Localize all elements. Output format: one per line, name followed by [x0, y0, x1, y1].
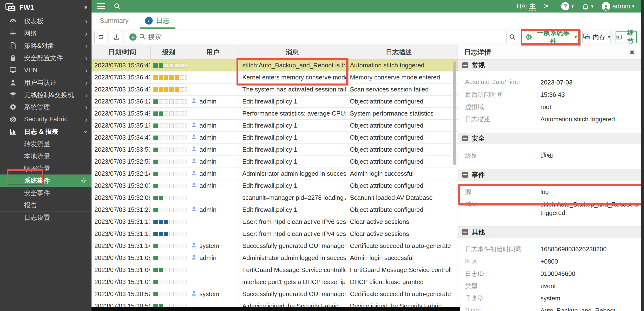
level-square: [164, 111, 168, 116]
user-icon: [191, 170, 197, 178]
star-icon[interactable]: ☆: [80, 177, 87, 185]
table-row[interactable]: 2023/07/03 15:35:16adminEdit firewall.po…: [92, 120, 458, 132]
sidebar-item-9[interactable]: 日志 & 报表›: [0, 125, 92, 138]
sidebar-item-0[interactable]: 仪表板›: [0, 15, 92, 27]
hamburger-menu-icon[interactable]: [97, 3, 105, 9]
add-filter-icon[interactable]: +: [129, 33, 136, 41]
table-row[interactable]: 2023/07/03 15:36:43stitch:Auto_Backup_an…: [92, 59, 458, 71]
search-submit-button[interactable]: [507, 31, 518, 43]
level-square: [169, 160, 174, 164]
column-header-level[interactable]: 级别: [150, 45, 187, 59]
sidebar-item-3[interactable]: 安全配置文件›: [0, 52, 92, 64]
table-row[interactable]: 2023/07/03 15:31:08adminAdministrator ad…: [92, 252, 458, 264]
sidebar-item-7[interactable]: 系统管理›: [0, 101, 92, 113]
details-toggle-button[interactable]: 细节: [616, 31, 637, 43]
table-row[interactable]: 2023/07/03 15:33:50adminEdit firewall.po…: [92, 144, 458, 156]
page-scrollbar-track[interactable]: [641, 0, 644, 311]
sidebar-subitem-label: 日志设置: [24, 213, 87, 222]
level-square: [164, 63, 168, 68]
admin-menu[interactable]: admin ▾: [602, 2, 634, 10]
sidebar-subitem-2[interactable]: 嗅探流量: [0, 162, 92, 175]
sidebar-item-label: 安全配置文件: [24, 54, 85, 62]
table-row[interactable]: 2023/07/03 15:31:01interface port1 gets …: [92, 276, 458, 288]
cli-console-icon[interactable]: >_: [544, 3, 553, 10]
chevron-right-icon: ›: [85, 17, 88, 25]
table-row[interactable]: 2023/07/03 15:30:56A device joined the S…: [92, 300, 458, 307]
table-row[interactable]: 2023/07/03 15:34:47adminEdit firewall.po…: [92, 132, 458, 144]
tab-label: 日志: [156, 16, 170, 25]
table-row[interactable]: 2023/07/03 15:31:17User: from ntpd clean…: [92, 228, 458, 240]
cell-user: [187, 216, 238, 228]
sidebar-item-5[interactable]: 用户与认证›: [0, 76, 92, 89]
sidebar-subitem-0[interactable]: 转发流量: [0, 138, 92, 150]
cell-user: admin: [187, 144, 238, 155]
column-header-user[interactable]: 用户: [187, 45, 238, 59]
sidebar-subitem-5[interactable]: 报告: [0, 199, 92, 211]
level-square: [174, 75, 179, 80]
sidebar-item-8[interactable]: Security Fabric›: [0, 113, 92, 125]
help-menu[interactable]: ?▾: [561, 2, 574, 10]
sidebar-item-6[interactable]: 无线控制&交换机›: [0, 89, 92, 101]
table-row[interactable]: 2023/07/03 15:36:43The system has activa…: [92, 83, 458, 96]
sidebar-item-1[interactable]: 网络›: [0, 27, 92, 39]
tab-summary[interactable]: Summary: [92, 12, 137, 29]
table-row[interactable]: 2023/07/03 15:31:04FortiGuard Message Se…: [92, 264, 458, 276]
table-row[interactable]: 2023/07/03 15:32:06scanunit=manager pid=…: [92, 192, 458, 204]
table-row[interactable]: 2023/07/03 15:36:12adminEdit firewall.po…: [92, 96, 458, 108]
column-header-description[interactable]: 日志描述: [346, 45, 452, 59]
device-selector[interactable]: FW1 ▾: [0, 0, 92, 15]
sidebar-subitem-3[interactable]: 系统事件☆: [0, 175, 92, 187]
table-row[interactable]: 2023/07/03 15:30:59systemSuccessfully ge…: [92, 288, 458, 300]
collapse-icon[interactable]: [462, 62, 468, 68]
table-row[interactable]: 2023/07/03 15:35:48Performance statistic…: [92, 108, 458, 120]
section-header-3[interactable]: 其他: [458, 226, 641, 238]
refresh-button[interactable]: [94, 31, 108, 43]
section-header-2[interactable]: 事件: [458, 169, 641, 181]
sidebar-subitem-4[interactable]: 安全事件: [0, 187, 92, 199]
cell-level: [150, 192, 187, 204]
table-row[interactable]: 2023/07/03 15:32:53adminEdit firewall.po…: [92, 156, 458, 168]
download-button[interactable]: [110, 31, 123, 43]
level-square: [154, 268, 158, 272]
table-row[interactable]: 2023/07/03 15:31:14systemSuccessfully ge…: [92, 240, 458, 252]
table-row[interactable]: 2023/07/03 15:36:43Kernel enters memory …: [92, 71, 458, 83]
collapse-icon[interactable]: [462, 136, 468, 141]
tab-logs[interactable]: i 日志: [137, 12, 178, 29]
table-row[interactable]: 2023/07/03 15:32:14adminAdministrator ad…: [92, 168, 458, 180]
close-icon[interactable]: ×: [630, 48, 634, 56]
collapse-icon[interactable]: [462, 172, 468, 178]
level-square: [174, 220, 179, 224]
level-square: [174, 111, 179, 116]
ha-status[interactable]: HA: 主: [516, 2, 536, 10]
cell-datetime: 2023/07/03 15:33:50: [92, 144, 150, 155]
column-header-datetime[interactable]: 日期/时间: [92, 45, 150, 59]
table-row[interactable]: 2023/07/03 15:32:07adminEdit firewall.po…: [92, 180, 458, 192]
level-square: [169, 304, 174, 307]
notifications-menu[interactable]: ▾: [582, 3, 594, 10]
global-search-icon[interactable]: [114, 3, 121, 10]
collapse-icon[interactable]: [462, 229, 468, 235]
sidebar-subitem-1[interactable]: 本地流量: [0, 150, 92, 162]
user-name: admin: [200, 170, 216, 177]
table-row[interactable]: 2023/07/03 15:31:17User: from ntpd clean…: [92, 216, 458, 228]
sidebar-item-2[interactable]: 策略&对象›: [0, 39, 92, 52]
log-source-icon: [583, 33, 590, 41]
level-square: [159, 136, 163, 140]
policy-icon: [8, 42, 18, 49]
log-source-dropdown[interactable]: 内存 ▾: [582, 31, 611, 43]
section-title: 安全: [472, 134, 485, 143]
search-input[interactable]: [148, 33, 503, 41]
column-header-message[interactable]: 消息: [238, 45, 346, 59]
sidebar-item-4[interactable]: VPN›: [0, 64, 92, 76]
table-scrollbar[interactable]: [453, 61, 456, 165]
level-square: [185, 208, 187, 212]
sidebar-item-label: 系统管理: [24, 103, 85, 111]
section-header-1[interactable]: 安全: [458, 133, 641, 144]
sidebar-subitem-6[interactable]: 日志设置: [0, 211, 92, 224]
search-bar[interactable]: +: [126, 31, 507, 43]
log-category-dropdown[interactable]: ⚙ 一般系统事件 ▾: [525, 31, 577, 43]
level-square: [164, 87, 168, 92]
section-header-0[interactable]: 常规: [458, 59, 641, 71]
table-row[interactable]: 2023/07/03 15:31:29adminEdit firewall.po…: [92, 204, 458, 216]
level-square: [180, 220, 184, 224]
